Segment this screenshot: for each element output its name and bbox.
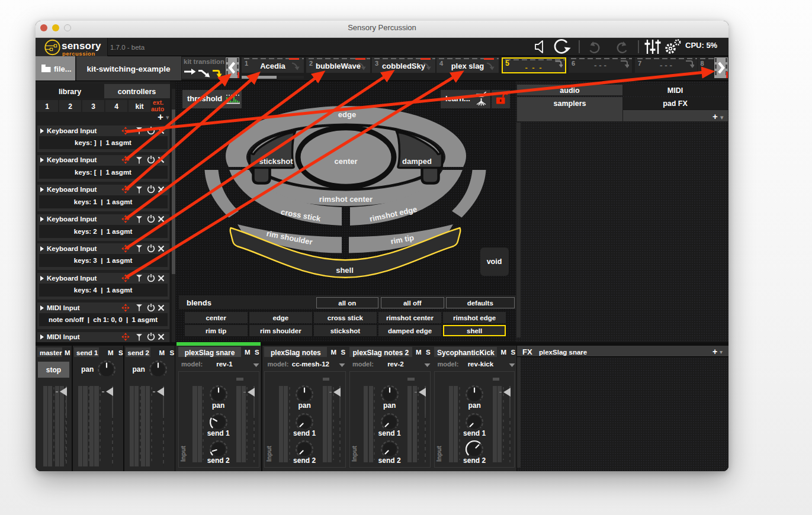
svg-text:rimshot center: rimshot center (319, 195, 373, 204)
svg-text:damped: damped (402, 157, 432, 166)
svg-text:edge: edge (338, 110, 356, 119)
svg-text:stickshot: stickshot (259, 157, 293, 166)
svg-text:center: center (334, 157, 357, 166)
svg-text:shell: shell (336, 266, 354, 275)
